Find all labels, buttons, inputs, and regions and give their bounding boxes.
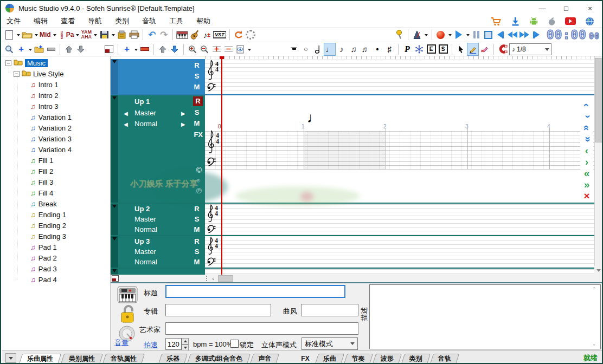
tuplet-button[interactable]: [414, 43, 425, 55]
open-file-dropdown[interactable]: [35, 34, 38, 38]
whole-note-button[interactable]: ○: [300, 43, 311, 55]
shop-cart-icon[interactable]: [491, 17, 502, 26]
expand-staff-button[interactable]: [211, 43, 222, 55]
tree-item-label[interactable]: Pad 3: [39, 265, 57, 273]
vst-button[interactable]: VST: [213, 29, 226, 41]
tab-song[interactable]: 乐曲: [317, 354, 343, 364]
snap-magnet-button[interactable]: [497, 43, 508, 55]
view-options-button[interactable]: [235, 43, 246, 55]
tempo-lock-checkbox[interactable]: [230, 340, 239, 348]
tab-track-properties[interactable]: 音轨属性: [104, 354, 143, 364]
next-arrow-icon[interactable]: ▶: [181, 121, 185, 127]
collapse-triangle-icon[interactable]: [112, 269, 117, 275]
scroll-down-icon[interactable]: ⌃: [592, 341, 596, 346]
artist-input[interactable]: [165, 322, 358, 335]
move-down-button[interactable]: [75, 43, 86, 55]
print-button[interactable]: [129, 29, 139, 41]
tempo-input[interactable]: [165, 338, 182, 350]
youtube-icon[interactable]: [565, 17, 576, 25]
genre-input[interactable]: [301, 304, 358, 316]
music-strip[interactable]: MUSIC: [111, 95, 118, 203]
instrument-selector[interactable]: Master: [134, 215, 156, 223]
tree-item-label[interactable]: Intro 2: [39, 92, 59, 100]
solo-button[interactable]: S: [192, 108, 202, 116]
tree-item-label[interactable]: Fill 1: [39, 157, 53, 165]
snap-dropdown-arrow[interactable]: [545, 48, 549, 53]
menu-help[interactable]: 帮助: [196, 16, 210, 26]
half-note-button[interactable]: [312, 43, 323, 55]
master-staff[interactable]: [205, 60, 594, 94]
horizontal-scrollbar[interactable]: [111, 275, 594, 282]
nav-down-button[interactable]: ‹: [580, 111, 593, 122]
volume-link[interactable]: 音量: [114, 338, 129, 348]
scroll-up-icon[interactable]: ⌃: [592, 287, 596, 292]
tab-waveform[interactable]: 波形: [374, 354, 400, 364]
record-button[interactable]: R: [192, 61, 202, 69]
refresh-button[interactable]: [233, 29, 244, 41]
master-header[interactable]: R S M: [118, 59, 205, 94]
up3-staff[interactable]: [205, 237, 594, 268]
tempo-up-button[interactable]: [182, 338, 189, 344]
tree-item-label[interactable]: Intro 1: [39, 81, 59, 89]
mode-selector[interactable]: Normal: [134, 258, 157, 266]
menu-navigate[interactable]: 导航: [88, 16, 102, 26]
nav-start-button[interactable]: «: [580, 168, 593, 179]
scrollbar-grip[interactable]: [206, 276, 209, 281]
remove-track-button[interactable]: [139, 43, 150, 55]
erase-button[interactable]: [479, 43, 490, 55]
select-cursor-button[interactable]: [456, 43, 466, 55]
tree-item-label[interactable]: Pad 4: [39, 276, 57, 284]
fast-forward-button[interactable]: [519, 29, 530, 41]
tree-item-label[interactable]: Variation 4: [39, 146, 72, 154]
sharp-button[interactable]: ♯: [384, 43, 395, 55]
tempo-link[interactable]: 拍速: [144, 340, 158, 350]
nav-right-button[interactable]: ‹: [580, 157, 593, 167]
nav-up-button[interactable]: ‹: [580, 100, 593, 110]
globe-icon[interactable]: [585, 17, 594, 26]
collapse-triangle-icon[interactable]: [112, 60, 117, 66]
dotted-note-button[interactable]: •: [372, 43, 383, 55]
title-input[interactable]: [165, 285, 345, 298]
duplicate-button[interactable]: [34, 43, 44, 55]
maximize-button[interactable]: □: [554, 1, 578, 15]
new-file-button[interactable]: [4, 29, 15, 41]
track-name[interactable]: Up 1: [134, 98, 150, 106]
midi-import-button[interactable]: Mid: [40, 29, 51, 41]
instrument-selector[interactable]: Master: [134, 248, 156, 256]
note-grid[interactable]: [205, 131, 594, 170]
up2-staff[interactable]: [205, 204, 594, 235]
track-name[interactable]: Up 3: [134, 237, 150, 245]
record-button[interactable]: [435, 29, 446, 41]
play-dropdown[interactable]: [466, 34, 470, 38]
music-strip[interactable]: [111, 269, 118, 275]
stop-button[interactable]: [483, 29, 494, 41]
up2-header[interactable]: Up 2 R Master S Normal M: [118, 204, 205, 235]
mute-button[interactable]: M: [192, 119, 202, 127]
solo-button[interactable]: S: [192, 248, 202, 256]
collapse-triangle-icon[interactable]: [112, 96, 117, 102]
menu-edit[interactable]: 编辑: [34, 16, 48, 26]
edit-mode-e-button[interactable]: E: [426, 43, 437, 55]
rewind-button[interactable]: [507, 29, 518, 41]
undo-button[interactable]: ↶: [146, 29, 157, 41]
next-arrow-icon[interactable]: ▶: [181, 110, 185, 116]
prev-arrow-icon[interactable]: ◀: [124, 121, 128, 127]
record-button[interactable]: R: [193, 96, 203, 106]
tree-item-music[interactable]: Music: [25, 59, 48, 67]
staff-note[interactable]: ♩: [307, 110, 321, 125]
fx-button[interactable]: FX: [194, 131, 203, 139]
tree-item-label[interactable]: Pad 1: [39, 243, 57, 251]
record-button[interactable]: R: [192, 237, 202, 245]
collapse-staff-button[interactable]: [223, 43, 234, 55]
scroll-down-button[interactable]: [594, 266, 603, 275]
tab-list-dropdown[interactable]: [5, 353, 16, 363]
mode-selector[interactable]: Normal: [134, 120, 157, 128]
apple-icon[interactable]: [548, 17, 556, 26]
tab-fx[interactable]: FX: [297, 354, 313, 364]
tab-instrument[interactable]: 乐器: [160, 354, 186, 364]
thirtysecond-note-button[interactable]: ♬: [360, 43, 371, 55]
mute-button[interactable]: M: [192, 225, 202, 233]
tab-rhythm[interactable]: 节奏: [345, 354, 371, 364]
metronome-button[interactable]: [412, 29, 422, 41]
menu-category[interactable]: 类别: [115, 16, 129, 26]
